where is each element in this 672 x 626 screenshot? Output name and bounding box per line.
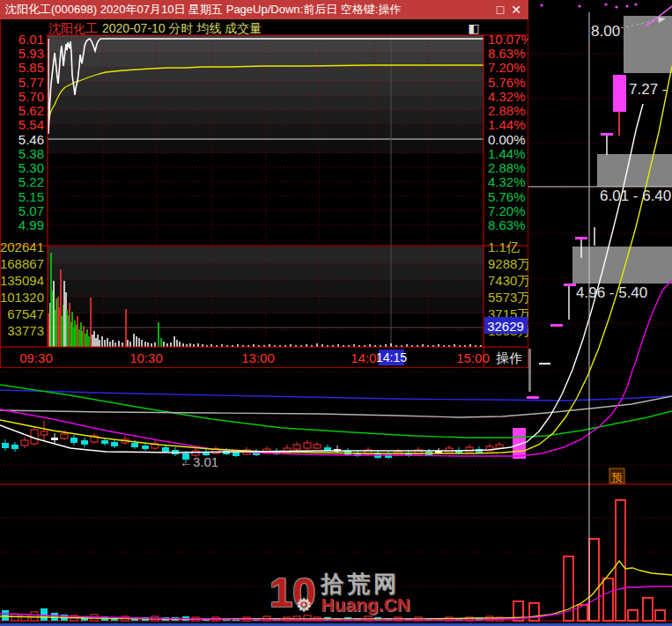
- popup-title: 沈阳化工(000698) 2020年07月10日 星期五 PageUp/Down…: [0, 2, 497, 18]
- intraday-volume-bar: [151, 343, 152, 347]
- daily-candle: [142, 446, 149, 449]
- intraday-volume-bar: [163, 342, 165, 347]
- time-crosshair-value: 14:15: [376, 350, 407, 365]
- percent-axis-label: 1.44%: [488, 146, 526, 161]
- popup-titlebar[interactable]: 沈阳化工(000698) 2020年07月10日 星期五 PageUp/Down…: [0, 0, 528, 19]
- daily-candle: [162, 447, 169, 452]
- intraday-volume-bar: [53, 281, 55, 347]
- volume-amount-label: 5573万: [488, 290, 528, 305]
- price-axis-label: 5.54: [18, 117, 44, 132]
- daily-candle: [233, 453, 240, 456]
- volume-crosshair-value: 32629: [487, 319, 524, 334]
- chip-dot: [604, 3, 607, 5]
- panel-layout-icon[interactable]: ◧: [468, 21, 479, 35]
- price-axis-label: 4.99: [18, 217, 44, 232]
- intraday-volume-bar: [69, 303, 70, 347]
- daily-volume-bar: [589, 539, 599, 621]
- intraday-volume-bar: [90, 298, 92, 347]
- time-label: 15:00: [456, 350, 490, 365]
- intraday-volume-bar: [390, 343, 392, 347]
- volume-axis-label: 67547: [7, 306, 44, 321]
- intraday-volume-bar: [78, 329, 80, 347]
- daily-candle: [41, 431, 48, 435]
- volume-axis-label: 168867: [0, 256, 44, 271]
- scrollbar-sliver: [528, 349, 531, 392]
- intraday-volume-bar: [136, 336, 137, 347]
- price-zone-label: 8.00: [591, 23, 620, 40]
- intraday-volume-bar: [112, 340, 114, 347]
- price-axis-label: 5.70: [18, 89, 44, 104]
- time-label: 10:30: [129, 350, 163, 365]
- percent-axis-label: 2.88%: [488, 103, 526, 118]
- price-axis-label: 5.77: [18, 75, 44, 90]
- daily-volume-bar: [643, 598, 653, 621]
- intraday-volume-bar: [127, 340, 129, 347]
- intraday-popup-window: 沈阳化工(000698) 2020年07月10日 星期五 PageUp/Down…: [0, 0, 528, 368]
- price-axis-label: 5.15: [18, 189, 44, 204]
- price-zone-box: [572, 247, 672, 284]
- price-axis-label: 5.38: [18, 146, 44, 161]
- intraday-volume-bar: [129, 342, 131, 347]
- restore-window-icon[interactable]: □: [497, 4, 504, 16]
- daily-candle: [2, 443, 9, 448]
- intraday-volume-bar: [99, 340, 100, 347]
- daily-volume-bar: [616, 500, 625, 621]
- price-axis-label: 5.30: [18, 160, 44, 175]
- price-axis-label: 5.62: [18, 103, 44, 118]
- daily-candle: [131, 443, 138, 447]
- volume-amount-label: 1.1亿: [488, 239, 520, 254]
- intraday-volume-bar: [316, 343, 318, 347]
- intraday-volume-bar: [158, 322, 159, 347]
- intraday-volume-bar: [83, 326, 85, 347]
- daily-volume-bar: [51, 613, 58, 621]
- intraday-volume-bar: [160, 338, 162, 347]
- chip-dot: [578, 4, 580, 7]
- intraday-volume-bar: [109, 342, 111, 347]
- one-line-limit-candle: [527, 396, 539, 399]
- intraday-volume-bar: [189, 343, 191, 347]
- intraday-volume-bar: [144, 342, 146, 347]
- percent-axis-label: 4.32%: [488, 89, 526, 104]
- gear-icon: ⚙: [296, 585, 312, 625]
- intraday-volume-bar: [166, 343, 168, 347]
- intraday-volume-bar: [122, 342, 123, 347]
- intraday-volume-bar: [77, 316, 78, 347]
- intraday-volume-bar: [170, 342, 172, 347]
- price-zone-label: 7.27 - 8.0: [629, 81, 672, 98]
- price-axis-label: 5.85: [18, 60, 44, 75]
- one-line-limit-candle: [575, 237, 587, 239]
- price-axis-label: 6.01: [18, 32, 44, 47]
- daily-volume-bar: [41, 608, 48, 621]
- daily-candle: [81, 440, 88, 445]
- daily-volume-bar: [603, 578, 613, 621]
- intraday-volume-bar: [71, 312, 73, 347]
- intraday-chart: 沈阳化工2020-07-10 分时 均线 成交量◧6.015.935.855.7…: [0, 19, 528, 368]
- action-menu-label[interactable]: 操作: [496, 350, 522, 365]
- panel-header-info: 2020-07-10 分时 均线 成交量: [102, 21, 262, 35]
- percent-axis-label: 7.20%: [488, 60, 526, 75]
- intraday-volume-bar: [66, 310, 68, 347]
- panel-stock-name: 沈阳化工: [48, 21, 98, 35]
- intraday-volume-bar: [141, 340, 143, 347]
- daily-candle: [11, 445, 18, 449]
- watermark-logo: 10⚙ 拾荒网 Huang.CN: [270, 572, 410, 614]
- intraday-volume-bar: [125, 309, 127, 347]
- volume-amount-label: 9288万: [488, 256, 528, 271]
- chip-dot: [625, 4, 628, 7]
- percent-axis-label: 8.63%: [488, 217, 526, 232]
- daily-volume-bar: [31, 612, 38, 621]
- forecast-badge-text: 预: [612, 471, 623, 483]
- chip-dot: [540, 4, 543, 6]
- intraday-volume-bar: [182, 343, 184, 347]
- intraday-volume-bar: [55, 298, 57, 347]
- low-price-label: ←3.01: [180, 454, 218, 469]
- intraday-volume-bar: [61, 316, 63, 347]
- price-axis-label: 5.07: [18, 203, 44, 218]
- intraday-volume-bar: [174, 336, 175, 347]
- close-icon[interactable]: ✕: [511, 4, 521, 16]
- one-line-limit-candle: [564, 284, 576, 286]
- percent-axis-label: 0.00%: [488, 132, 526, 147]
- chip-dot: [634, 3, 637, 5]
- one-line-limit-candle: [601, 133, 613, 136]
- intraday-volume-bar: [58, 307, 60, 347]
